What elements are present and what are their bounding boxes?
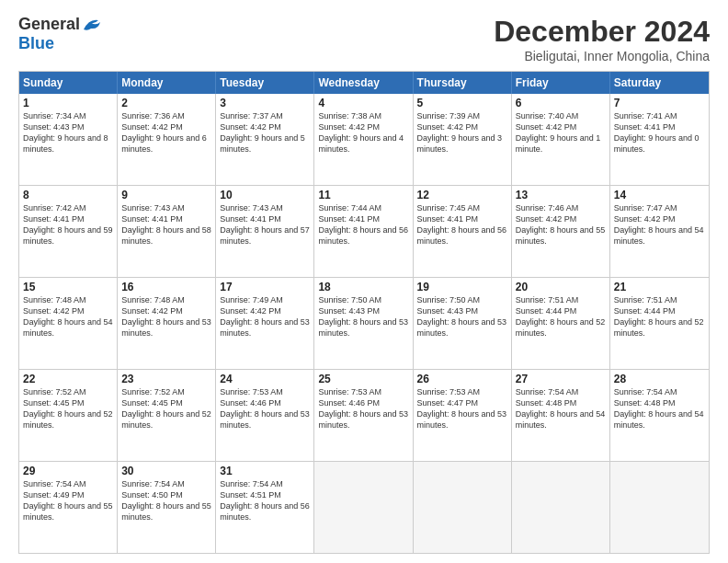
day-number: 5 [417,97,507,109]
calendar-week-4: 22 Sunrise: 7:52 AMSunset: 4:45 PMDaylig… [19,370,709,462]
day-number: 11 [318,189,408,201]
day-number: 17 [220,281,310,293]
day-number: 16 [121,281,211,293]
day-number: 24 [220,373,310,385]
logo-bird-icon [82,17,102,33]
location-subtitle: Bieligutai, Inner Mongolia, China [494,49,710,63]
day-info: Sunrise: 7:44 AMSunset: 4:41 PMDaylight:… [318,202,408,247]
calendar-day-21: 21 Sunrise: 7:51 AMSunset: 4:44 PMDaylig… [610,278,709,369]
day-number: 6 [516,97,606,109]
calendar-day-5: 5 Sunrise: 7:39 AMSunset: 4:42 PMDayligh… [414,94,512,185]
day-info: Sunrise: 7:50 AMSunset: 4:43 PMDaylight:… [417,294,507,339]
day-info: Sunrise: 7:43 AMSunset: 4:41 PMDaylight:… [220,202,310,247]
calendar-day-29: 29 Sunrise: 7:54 AMSunset: 4:49 PMDaylig… [19,462,118,553]
calendar-week-1: 1 Sunrise: 7:34 AMSunset: 4:43 PMDayligh… [19,94,709,186]
calendar-day-22: 22 Sunrise: 7:52 AMSunset: 4:45 PMDaylig… [19,370,118,461]
header: General Blue December 2024 Bieligutai, I… [18,15,710,63]
day-number: 27 [516,373,606,385]
day-number: 10 [220,189,310,201]
day-number: 8 [23,189,113,201]
calendar-day-18: 18 Sunrise: 7:50 AMSunset: 4:43 PMDaylig… [314,278,413,369]
day-info: Sunrise: 7:38 AMSunset: 4:42 PMDaylight:… [318,110,408,155]
calendar-day-27: 27 Sunrise: 7:54 AMSunset: 4:48 PMDaylig… [512,370,610,461]
day-number: 15 [23,281,113,293]
logo-general: General [18,15,80,34]
day-number: 28 [614,373,705,385]
day-number: 9 [121,189,211,201]
day-info: Sunrise: 7:54 AMSunset: 4:49 PMDaylight:… [23,478,113,523]
day-info: Sunrise: 7:54 AMSunset: 4:50 PMDaylight:… [121,478,211,523]
day-number: 18 [318,281,408,293]
calendar-empty-cell [414,462,512,553]
day-number: 30 [121,465,211,477]
day-info: Sunrise: 7:37 AMSunset: 4:42 PMDaylight:… [220,110,310,155]
day-info: Sunrise: 7:54 AMSunset: 4:51 PMDaylight:… [220,478,310,523]
day-info: Sunrise: 7:54 AMSunset: 4:48 PMDaylight:… [614,386,705,431]
day-number: 3 [220,97,310,109]
header-day-tuesday: Tuesday [216,72,314,94]
day-number: 12 [417,189,507,201]
calendar-empty-cell [610,462,709,553]
calendar-day-4: 4 Sunrise: 7:38 AMSunset: 4:42 PMDayligh… [314,94,413,185]
calendar-day-1: 1 Sunrise: 7:34 AMSunset: 4:43 PMDayligh… [19,94,118,185]
day-info: Sunrise: 7:49 AMSunset: 4:42 PMDaylight:… [220,294,310,339]
calendar-empty-cell [314,462,413,553]
day-number: 20 [516,281,606,293]
calendar-day-26: 26 Sunrise: 7:53 AMSunset: 4:47 PMDaylig… [414,370,512,461]
calendar-day-13: 13 Sunrise: 7:46 AMSunset: 4:42 PMDaylig… [512,186,610,277]
day-info: Sunrise: 7:48 AMSunset: 4:42 PMDaylight:… [23,294,113,339]
calendar-header: SundayMondayTuesdayWednesdayThursdayFrid… [19,72,709,94]
logo-blue: Blue [18,34,54,53]
day-number: 29 [23,465,113,477]
day-number: 22 [23,373,113,385]
day-number: 4 [318,97,408,109]
day-number: 31 [220,465,310,477]
day-number: 13 [516,189,606,201]
calendar-day-2: 2 Sunrise: 7:36 AMSunset: 4:42 PMDayligh… [118,94,216,185]
calendar-day-23: 23 Sunrise: 7:52 AMSunset: 4:45 PMDaylig… [118,370,216,461]
header-day-saturday: Saturday [610,72,709,94]
calendar-week-3: 15 Sunrise: 7:48 AMSunset: 4:42 PMDaylig… [19,278,709,370]
day-number: 14 [614,189,705,201]
day-info: Sunrise: 7:46 AMSunset: 4:42 PMDaylight:… [516,202,606,247]
calendar-body: 1 Sunrise: 7:34 AMSunset: 4:43 PMDayligh… [19,94,709,553]
calendar-day-9: 9 Sunrise: 7:43 AMSunset: 4:41 PMDayligh… [118,186,216,277]
day-info: Sunrise: 7:39 AMSunset: 4:42 PMDaylight:… [417,110,507,155]
calendar-day-15: 15 Sunrise: 7:48 AMSunset: 4:42 PMDaylig… [19,278,118,369]
day-info: Sunrise: 7:42 AMSunset: 4:41 PMDaylight:… [23,202,113,247]
calendar-day-28: 28 Sunrise: 7:54 AMSunset: 4:48 PMDaylig… [610,370,709,461]
day-info: Sunrise: 7:45 AMSunset: 4:41 PMDaylight:… [417,202,507,247]
page: General Blue December 2024 Bieligutai, I… [0,0,728,563]
calendar-day-8: 8 Sunrise: 7:42 AMSunset: 4:41 PMDayligh… [19,186,118,277]
header-day-monday: Monday [118,72,216,94]
calendar-day-12: 12 Sunrise: 7:45 AMSunset: 4:41 PMDaylig… [414,186,512,277]
header-day-sunday: Sunday [19,72,118,94]
header-day-wednesday: Wednesday [314,72,413,94]
day-info: Sunrise: 7:48 AMSunset: 4:42 PMDaylight:… [121,294,211,339]
day-info: Sunrise: 7:51 AMSunset: 4:44 PMDaylight:… [614,294,705,339]
day-info: Sunrise: 7:53 AMSunset: 4:46 PMDaylight:… [318,386,408,431]
day-info: Sunrise: 7:52 AMSunset: 4:45 PMDaylight:… [121,386,211,431]
day-number: 7 [614,97,705,109]
calendar-day-14: 14 Sunrise: 7:47 AMSunset: 4:42 PMDaylig… [610,186,709,277]
day-number: 23 [121,373,211,385]
calendar-day-31: 31 Sunrise: 7:54 AMSunset: 4:51 PMDaylig… [216,462,314,553]
calendar-day-6: 6 Sunrise: 7:40 AMSunset: 4:42 PMDayligh… [512,94,610,185]
calendar-day-20: 20 Sunrise: 7:51 AMSunset: 4:44 PMDaylig… [512,278,610,369]
calendar-day-24: 24 Sunrise: 7:53 AMSunset: 4:46 PMDaylig… [216,370,314,461]
logo: General Blue [18,15,102,53]
day-info: Sunrise: 7:50 AMSunset: 4:43 PMDaylight:… [318,294,408,339]
calendar: SundayMondayTuesdayWednesdayThursdayFrid… [18,71,710,554]
month-title: December 2024 [494,15,710,49]
header-day-thursday: Thursday [414,72,512,94]
day-info: Sunrise: 7:34 AMSunset: 4:43 PMDaylight:… [23,110,113,155]
day-info: Sunrise: 7:43 AMSunset: 4:41 PMDaylight:… [121,202,211,247]
calendar-day-16: 16 Sunrise: 7:48 AMSunset: 4:42 PMDaylig… [118,278,216,369]
day-info: Sunrise: 7:36 AMSunset: 4:42 PMDaylight:… [121,110,211,155]
day-number: 21 [614,281,705,293]
day-info: Sunrise: 7:47 AMSunset: 4:42 PMDaylight:… [614,202,705,247]
calendar-day-11: 11 Sunrise: 7:44 AMSunset: 4:41 PMDaylig… [314,186,413,277]
calendar-day-25: 25 Sunrise: 7:53 AMSunset: 4:46 PMDaylig… [314,370,413,461]
day-info: Sunrise: 7:53 AMSunset: 4:47 PMDaylight:… [417,386,507,431]
day-info: Sunrise: 7:54 AMSunset: 4:48 PMDaylight:… [516,386,606,431]
